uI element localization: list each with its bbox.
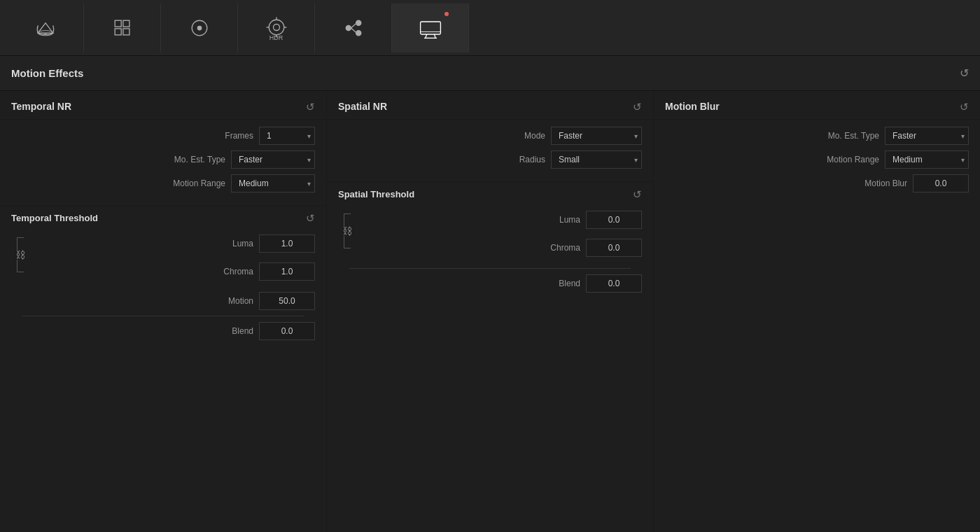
luma-label: Luma [197, 239, 253, 248]
motion-range-select[interactable]: SmallMediumLarge [231, 174, 315, 192]
motion-blur-title: Motion Blur [665, 101, 720, 112]
svg-point-15 [356, 30, 360, 35]
svg-rect-4 [122, 28, 129, 34]
mb-mo-est-row: Mo. Est. Type FasterBetterBest ▾ [665, 127, 969, 145]
chroma-label: Chroma [197, 267, 253, 276]
mb-motion-range-row: Motion Range SmallMediumLarge ▾ [665, 150, 969, 169]
chroma-row: Chroma [34, 262, 315, 281]
motion-range-row: Motion Range SmallMediumLarge ▾ [11, 174, 315, 192]
blend-separator [22, 316, 304, 316]
spatial-luma-label: Luma [524, 215, 580, 225]
toolbar-btn-display[interactable] [392, 4, 469, 52]
spatial-chroma-row: Chroma [360, 239, 642, 257]
toolbar-btn-circle[interactable] [161, 4, 238, 52]
motion-effects-header: Motion Effects ↺ [0, 56, 980, 91]
toolbar-btn-nodes[interactable] [315, 4, 392, 52]
hdr-label: HDR [270, 34, 284, 41]
spatial-bracket-top [344, 214, 351, 226]
temporal-threshold-reset[interactable]: ↺ [306, 213, 315, 223]
spatial-luma-row: Luma [360, 211, 642, 229]
frames-select[interactable]: 1234 [259, 127, 315, 145]
spatial-threshold-title: Spatial Threshold [338, 189, 414, 200]
motion-blur-reset[interactable]: ↺ [960, 102, 969, 112]
svg-line-19 [425, 34, 426, 38]
blend-input[interactable] [259, 322, 315, 340]
spatial-threshold-reset[interactable]: ↺ [633, 189, 642, 200]
col-motion-blur: Motion Blur ↺ Mo. Est. Type FasterBetter… [654, 91, 980, 532]
mo-est-label: Mo. Est. Type [148, 155, 225, 164]
spatial-blend-row: Blend [338, 274, 642, 293]
bracket-bottom [17, 260, 24, 272]
spatial-luma-input[interactable] [586, 211, 642, 229]
temporal-nr-header: Temporal NR ↺ [0, 91, 326, 120]
red-dot [444, 12, 449, 16]
mo-est-select-wrapper: FasterBetterBest ▾ [231, 150, 315, 169]
svg-point-6 [197, 26, 201, 29]
temporal-threshold-header: Temporal Threshold ↺ [0, 205, 326, 229]
spatial-mode-label: Mode [489, 131, 545, 141]
svg-point-7 [269, 20, 284, 35]
frames-label: Frames [176, 131, 253, 141]
svg-line-17 [351, 28, 356, 32]
motion-blur-form: Mo. Est. Type FasterBetterBest ▾ Motion … [654, 120, 980, 205]
svg-point-14 [356, 20, 360, 25]
spatial-chroma-input[interactable] [586, 239, 642, 257]
col-temporal: Temporal NR ↺ Frames 1234 ▾ Mo. Est. Typ… [0, 91, 327, 532]
motion-range-select-wrapper: SmallMediumLarge ▾ [231, 174, 315, 192]
temporal-nr-form: Frames 1234 ▾ Mo. Est. Type FasterBetter… [0, 120, 326, 205]
mb-motion-blur-row: Motion Blur [665, 174, 969, 192]
svg-rect-1 [115, 20, 121, 27]
spatial-blend-separator [349, 268, 631, 269]
toolbar-btn-3d[interactable] [7, 4, 84, 52]
temporal-nr-reset[interactable]: ↺ [306, 102, 315, 112]
svg-rect-18 [420, 22, 440, 34]
global-reset-button[interactable]: ↺ [960, 66, 969, 80]
spatial-mode-select[interactable]: FasterBetterBest [551, 127, 642, 145]
motion-label: Motion [176, 296, 253, 306]
linked-luma-chroma: ⛓ Luma Chroma [11, 234, 315, 286]
mo-est-select[interactable]: FasterBetterBest [231, 150, 315, 169]
spatial-link-bracket: ⛓ [342, 214, 352, 248]
svg-rect-2 [122, 20, 129, 27]
frames-row: Frames 1234 ▾ [11, 127, 315, 145]
toolbar-btn-hdr[interactable]: HDR [238, 4, 315, 52]
mb-mo-est-select-wrapper: FasterBetterBest ▾ [885, 127, 969, 145]
mb-motion-blur-input[interactable] [913, 174, 969, 192]
temporal-threshold-title: Temporal Threshold [11, 213, 98, 223]
link-bracket: ⛓ [15, 237, 25, 272]
spatial-radius-select[interactable]: SmallMediumLarge [551, 150, 642, 169]
frames-select-wrapper: 1234 ▾ [259, 127, 315, 145]
svg-point-13 [346, 25, 351, 30]
spatial-chain-icon[interactable]: ⛓ [342, 226, 352, 236]
svg-line-20 [434, 34, 435, 38]
toolbar-btn-grid[interactable] [84, 4, 161, 52]
spatial-nr-reset[interactable]: ↺ [633, 102, 642, 112]
spatial-threshold-header: Spatial Threshold ↺ [327, 181, 653, 205]
spatial-bracket-bottom [344, 236, 351, 248]
spatial-mode-row: Mode FasterBetterBest ▾ [338, 127, 642, 145]
col-spatial: Spatial NR ↺ Mode FasterBetterBest ▾ Rad… [327, 91, 654, 532]
mb-mo-est-select[interactable]: FasterBetterBest [885, 127, 969, 145]
temporal-nr-title: Temporal NR [11, 101, 71, 112]
spatial-linked-luma-chroma: ⛓ Luma Chroma [338, 211, 642, 262]
svg-rect-3 [115, 28, 121, 34]
spatial-blend-label: Blend [524, 279, 580, 288]
temporal-threshold-form: ⛓ Luma Chroma Motion [0, 229, 326, 351]
blend-label: Blend [176, 326, 253, 336]
mo-est-row: Mo. Est. Type FasterBetterBest ▾ [11, 150, 315, 169]
mb-motion-blur-label: Motion Blur [823, 178, 907, 188]
chroma-input[interactable] [259, 262, 315, 281]
mb-motion-range-select[interactable]: SmallMediumLarge [885, 150, 969, 169]
motion-blur-header: Motion Blur ↺ [654, 91, 980, 120]
spatial-threshold-form: ⛓ Luma Chroma Blend [327, 205, 653, 304]
mb-motion-range-select-wrapper: SmallMediumLarge ▾ [885, 150, 969, 169]
mb-motion-range-label: Motion Range [795, 155, 879, 164]
spatial-mode-select-wrapper: FasterBetterBest ▾ [551, 127, 642, 145]
spatial-blend-input[interactable] [586, 274, 642, 293]
motion-input[interactable] [259, 292, 315, 310]
spatial-nr-header: Spatial NR ↺ [327, 91, 653, 120]
chain-icon[interactable]: ⛓ [15, 250, 25, 260]
spatial-radius-select-wrapper: SmallMediumLarge ▾ [551, 150, 642, 169]
luma-input[interactable] [259, 234, 315, 253]
motion-row: Motion [11, 292, 315, 310]
